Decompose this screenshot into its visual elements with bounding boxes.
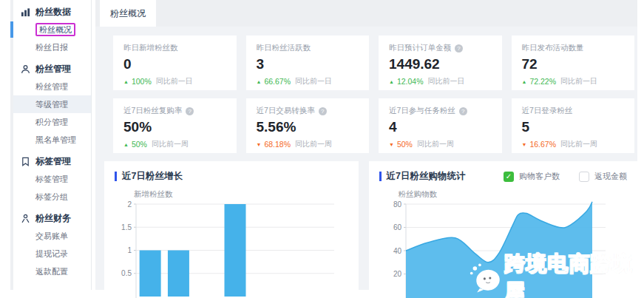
sidebar-item-label: 积分管理 (35, 117, 68, 128)
info-icon[interactable]: ? (186, 107, 194, 115)
svg-text:0.5: 0.5 (121, 269, 132, 277)
trend-compare-label: 同比前一日 (156, 76, 193, 87)
tab-bar: 粉丝概况 (95, 0, 637, 27)
sidebar-item[interactable]: 交易账单 (13, 227, 91, 245)
stat-card: 近7日登录粉丝5▼16.67%同比前一周 (512, 98, 635, 153)
bar-chart-icon (21, 7, 30, 17)
stat-card-value: 1449.62 (389, 56, 492, 72)
sidebar-item[interactable]: 标签分组 (13, 188, 91, 206)
main-content: 粉丝概况 昨日新增粉丝数0▲100%同比前一日昨日粉丝活跃数3▲66.67%同比… (95, 0, 637, 290)
svg-text:40: 40 (393, 247, 401, 255)
info-icon[interactable]: ? (319, 107, 327, 115)
svg-text:1.5: 1.5 (121, 223, 132, 231)
bar-chart-svg: 21.510.5 (104, 161, 359, 298)
sidebar-item-label: 黑名单管理 (35, 135, 76, 146)
bar[interactable] (225, 204, 246, 297)
trend-down-icon: ▼ (389, 142, 394, 147)
bar[interactable] (140, 251, 161, 297)
sidebar-item[interactable]: 标签管理 (13, 170, 91, 188)
stat-card: 昨日粉丝活跃数3▲66.67%同比前一日 (246, 35, 370, 90)
stat-card: 昨日预计订单金额?1449.62▲12.04%同比前一日 (379, 35, 502, 90)
stat-card-label: 近7日登录粉丝 (522, 106, 573, 116)
stat-card-label: 昨日发布活动数量 (522, 43, 584, 53)
stat-card-value: 4 (389, 119, 492, 135)
bar[interactable] (168, 251, 189, 297)
info-icon[interactable]: ? (455, 44, 463, 53)
trend-compare-label: 同比前一日 (428, 76, 465, 87)
sidebar-item[interactable]: 返款配置 (13, 263, 91, 280)
trend-percent: 72.22% (529, 77, 556, 86)
sidebar-item[interactable]: 等级管理 (13, 95, 91, 113)
page: 粉丝数据粉丝概况粉丝日报粉丝管理粉丝管理等级管理积分管理黑名单管理标签管理标签管… (0, 0, 644, 298)
stat-card-trend: ▲72.22%同比前一日 (522, 76, 625, 87)
info-icon[interactable]: ? (459, 107, 467, 115)
user-icon (21, 64, 30, 74)
sidebar-item-label: 返款配置 (35, 266, 68, 277)
sidebar-item-label: 交易账单 (35, 231, 68, 242)
stat-card-label: 昨日预计订单金额 (389, 43, 451, 53)
trend-percent: 68.18% (264, 140, 291, 149)
trend-percent: 50% (132, 140, 147, 149)
stat-card-value: 5 (522, 119, 625, 135)
stat-card: 近7日参与任务粉丝?4▼50%同比前一周 (379, 98, 502, 153)
sidebar-section-label: 粉丝数据 (35, 6, 71, 18)
svg-text:2: 2 (127, 200, 132, 209)
sidebar-item[interactable]: 提现记录 (13, 245, 91, 263)
sidebar-item-label: 标签分组 (35, 192, 68, 203)
svg-text:80: 80 (393, 200, 401, 209)
stat-card: 近7日交易转换率?5.56%▼68.18%同比前一周 (246, 98, 370, 153)
sidebar-item[interactable]: 黑名单管理 (13, 131, 91, 149)
sidebar-section-header[interactable]: 标签管理 (13, 152, 91, 170)
sidebar-item-label: 粉丝概况 (35, 23, 75, 36)
svg-text:1: 1 (127, 246, 132, 254)
stat-card-value: 5.56% (257, 119, 359, 135)
trend-compare-label: 同比前一日 (560, 76, 597, 87)
trend-compare-label: 同比前一周 (417, 139, 454, 149)
stat-card-label: 近7日粉丝复购率 (123, 106, 182, 116)
trend-down-icon: ▼ (522, 142, 527, 147)
sidebar-item[interactable]: 粉丝日报 (13, 38, 91, 56)
watermark-logo-icon (469, 261, 504, 295)
tab-fan-overview[interactable]: 粉丝概况 (100, 0, 156, 27)
sidebar-section-header[interactable]: 粉丝财务 (13, 209, 91, 227)
trend-compare-label: 同比前一日 (295, 76, 332, 87)
sidebar-item[interactable]: 积分管理 (13, 113, 91, 131)
sidebar-section-header[interactable]: 粉丝管理 (13, 60, 91, 78)
svg-text:60: 60 (393, 223, 401, 231)
finance-icon (21, 214, 30, 223)
stat-card-trend: ▼16.67%同比前一周 (522, 139, 625, 149)
stat-card-trend: ▲12.04%同比前一日 (389, 76, 492, 87)
sidebar-section-label: 粉丝管理 (35, 63, 71, 75)
trend-percent: 50% (397, 140, 413, 149)
stat-card-trend: ▼68.18%同比前一周 (257, 139, 359, 149)
stat-card-trend: ▲66.67%同比前一日 (257, 76, 359, 87)
trend-up-icon: ▲ (389, 79, 394, 84)
tag-icon (21, 157, 30, 166)
trend-compare-label: 同比前一周 (152, 139, 189, 149)
trend-up-icon: ▲ (522, 79, 527, 84)
stat-card-value: 3 (257, 56, 359, 72)
stat-card: 近7日粉丝复购率?50%▲50%同比前一周 (113, 98, 237, 153)
trend-percent: 12.04% (397, 77, 424, 86)
watermark-text: 跨境电商跨境屋 (504, 250, 644, 298)
fan-growth-chart-card: 近7日粉丝增长 新增粉丝数 21.510.5 (104, 161, 359, 298)
sidebar: 粉丝数据粉丝概况粉丝日报粉丝管理粉丝管理等级管理积分管理黑名单管理标签管理标签管… (10, 0, 92, 290)
active-indicator-bar (10, 21, 13, 38)
stat-card-label: 昨日新增粉丝数 (123, 43, 178, 53)
sidebar-section-header[interactable]: 粉丝数据 (13, 3, 91, 21)
trend-percent: 66.67% (264, 77, 291, 86)
stat-cards-row-2: 近7日粉丝复购率?50%▲50%同比前一周近7日交易转换率?5.56%▼68.1… (95, 98, 637, 153)
trend-compare-label: 同比前一周 (295, 139, 332, 149)
sidebar-section-label: 粉丝财务 (35, 212, 71, 225)
stat-card-label: 近7日参与任务粉丝 (389, 106, 455, 116)
stat-card-label: 昨日粉丝活跃数 (257, 43, 311, 53)
stat-card-value: 50% (123, 119, 226, 135)
stat-card-trend: ▼50%同比前一周 (389, 139, 492, 149)
trend-up-icon: ▲ (123, 79, 129, 84)
trend-up-icon: ▲ (257, 79, 262, 84)
sidebar-section-label: 标签管理 (35, 155, 71, 168)
trend-compare-label: 同比前一周 (560, 139, 597, 149)
sidebar-item[interactable]: 粉丝管理 (13, 78, 91, 95)
sidebar-item[interactable]: 粉丝概况 (13, 21, 91, 38)
stat-cards-row-1: 昨日新增粉丝数0▲100%同比前一日昨日粉丝活跃数3▲66.67%同比前一日昨日… (95, 35, 637, 90)
